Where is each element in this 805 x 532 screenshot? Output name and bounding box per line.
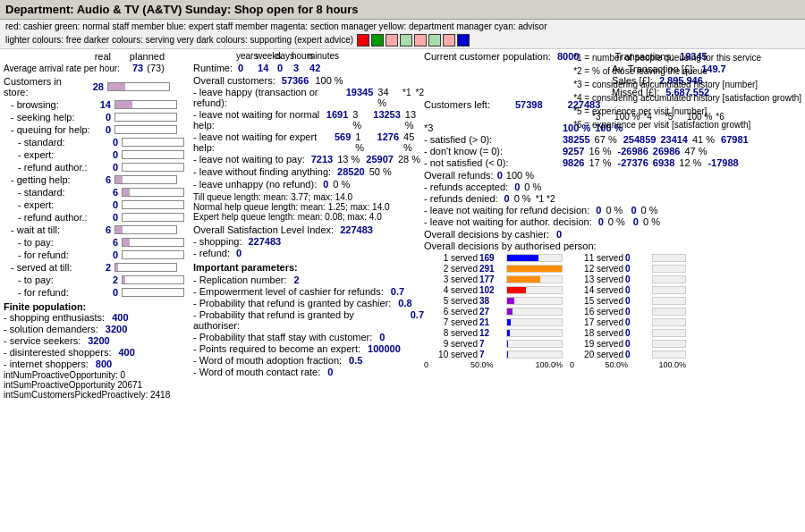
- important-params: Important parameters: - Replication numb…: [193, 262, 424, 377]
- left-row-label: - served at till:: [4, 262, 91, 273]
- color-red: [357, 34, 369, 46]
- runtime-hours-label: hours: [292, 51, 304, 61]
- shopping-sat-label: - shopping:: [193, 236, 242, 247]
- left-bar-fill: [123, 189, 130, 196]
- left-row-value: 6: [91, 224, 111, 235]
- left-data-row: - for refund:0: [4, 286, 191, 298]
- authorised-decisions-label: Overall decisions by authorised person:: [424, 241, 597, 251]
- runtime-days: 0: [277, 63, 290, 73]
- important-params-title: Important parameters:: [193, 262, 424, 273]
- left-panel: real planned Average arrival rate per ho…: [4, 51, 191, 400]
- runtime-days-label: days: [275, 51, 288, 61]
- left-row-value: 0: [98, 199, 118, 210]
- middle-data-row: - leave without finding anything:2852050…: [193, 166, 424, 178]
- left-bar-container: [122, 250, 184, 259]
- middle-rows: - leave happy (transaction or refund):19…: [191, 87, 424, 190]
- legend-bar: red: cashier green: normal staff member …: [0, 20, 805, 49]
- param-row: - Points required to become an expert:10…: [193, 343, 424, 354]
- middle-data-row: - leave not waiting for expert help:5691…: [193, 131, 424, 153]
- left-bar-container: [122, 238, 184, 247]
- customers-left-label: Customers left:: [424, 99, 490, 110]
- served-bar-row: 9 served7: [424, 339, 563, 349]
- served-bar-row: 19 served0: [570, 339, 686, 349]
- left-bar-container: [122, 200, 184, 209]
- left-data-row: - standard:0: [4, 136, 191, 148]
- queue-label-1: Till queue length: mean: 3.77; max: 14.0: [193, 192, 424, 202]
- left-data-row: - seeking help:0: [4, 111, 191, 122]
- runtime-years-label: years: [236, 51, 252, 61]
- refund-sat-val: 0: [236, 248, 242, 258]
- left-row-value: 0: [91, 124, 111, 135]
- served-bar-row: 7 served21: [424, 317, 563, 327]
- finite-population: Finite population:- shopping enthusiasts…: [4, 301, 191, 400]
- left-row-label: - expert:: [4, 199, 98, 210]
- runtime-weeks-label: weeks: [256, 51, 272, 61]
- left-bar-container: [122, 188, 184, 197]
- queue-label-3: Expert help queue length: mean: 0.08; ma…: [193, 212, 424, 222]
- satisfaction-label: Overall Satisfaction Level Index:: [193, 224, 334, 235]
- finite-pop-row: - internet shoppers:800: [4, 359, 191, 369]
- left-rows: Customers in store:28- browsing:14- seek…: [4, 76, 191, 400]
- left-row-label: - seeking help:: [4, 112, 91, 122]
- left-bar-fill: [123, 239, 130, 246]
- left-row-label: - getting help:: [4, 174, 91, 185]
- left-bar-fill: [115, 176, 123, 183]
- refund-row: - leave not waiting for refund decision:…: [424, 205, 801, 215]
- customers-left-val1: 57398: [515, 99, 543, 110]
- left-row-value: 2: [98, 274, 118, 285]
- header-title: Department: Audio & TV (A&TV) Sunday: Sh…: [5, 3, 359, 16]
- left-row-value: 14: [91, 99, 111, 110]
- left-data-row: - refund author.:0: [4, 161, 191, 173]
- planned-label: planned: [120, 51, 165, 62]
- served-bar-row: 1 served169: [424, 253, 563, 263]
- runtime-weeks: 14: [258, 63, 274, 73]
- served-bar-row: 11 served0: [570, 253, 686, 263]
- left-bar-fill: [123, 276, 125, 283]
- served-bar-row: 5 served38: [424, 296, 563, 306]
- color-blue: [457, 34, 470, 46]
- satisfied-row: - satisfied (> 0):3825567 %2548592341441…: [424, 134, 801, 145]
- left-bar-fill: [115, 226, 123, 233]
- left-row-label: - for refund:: [4, 287, 98, 298]
- runtime-hours: 3: [293, 63, 306, 73]
- left-row-value: 0: [91, 112, 111, 122]
- queue-labels: Till queue length: mean: 3.77; max: 14.0…: [193, 192, 424, 222]
- refund-row: - refunds denied:00 %*1*2: [424, 193, 801, 204]
- legend-text1: red: cashier green: normal staff member …: [5, 21, 547, 31]
- runtime-minutes: 42: [309, 63, 326, 73]
- arrival-label: Average arrival rate per hour:: [4, 63, 129, 73]
- left-row-label: - to pay:: [4, 237, 98, 248]
- notes-block: *1 = number of people queueing for this …: [573, 51, 801, 131]
- color-pink3: [443, 34, 455, 46]
- finite-pop-row: - solution demanders:3200: [4, 324, 191, 334]
- finite-pop-row: - service seekers:3200: [4, 335, 191, 346]
- left-row-value: 6: [98, 237, 118, 248]
- left-bar-container: [122, 275, 184, 284]
- refund-row: - leave not waiting for author. decision…: [424, 216, 801, 227]
- left-data-row: - expert:0: [4, 198, 191, 210]
- left-data-row: - getting help:6: [4, 173, 191, 185]
- left-row-value: 0: [98, 149, 118, 160]
- middle-panel: years weeks days hours minutes Runtime: …: [191, 51, 424, 400]
- finite-pop-row: - disinterested shoppers:400: [4, 347, 191, 358]
- overall-refunds-val: 0: [497, 170, 503, 181]
- served-bar-row: 2 served291: [424, 264, 563, 274]
- left-bar-chart: 1 served1692 served2913 served1774 serve…: [424, 253, 563, 369]
- left-bar-container: [114, 263, 177, 272]
- queue-label-2: Normal help queue length: mean: 1.25; ma…: [193, 202, 424, 212]
- served-bar-row: 15 served0: [570, 296, 686, 306]
- left-data-row: - served at till:2: [4, 261, 191, 273]
- left-row-label: - wait at till:: [4, 224, 91, 235]
- right-panel: *1 = number of people queueing for this …: [424, 51, 801, 400]
- left-bar-container: [114, 100, 177, 109]
- param-row: - Replication number:2: [193, 274, 424, 285]
- runtime-minutes-label: minutes: [308, 51, 324, 61]
- served-bar-row: 12 served0: [570, 264, 686, 274]
- param-row: - Empowerment level of cashier for refun…: [193, 286, 424, 297]
- right-bar-chart: 11 served012 served013 served014 served0…: [570, 253, 686, 369]
- left-row-label: - queuing for help:: [4, 124, 91, 135]
- param-row: - Word of mouth adoption fraction:0.5: [193, 355, 424, 366]
- left-data-row: - wait at till:6: [4, 224, 191, 235]
- served-bar-row: 17 served0: [570, 317, 686, 327]
- param-row: - Probability that refund is granted by …: [193, 298, 424, 308]
